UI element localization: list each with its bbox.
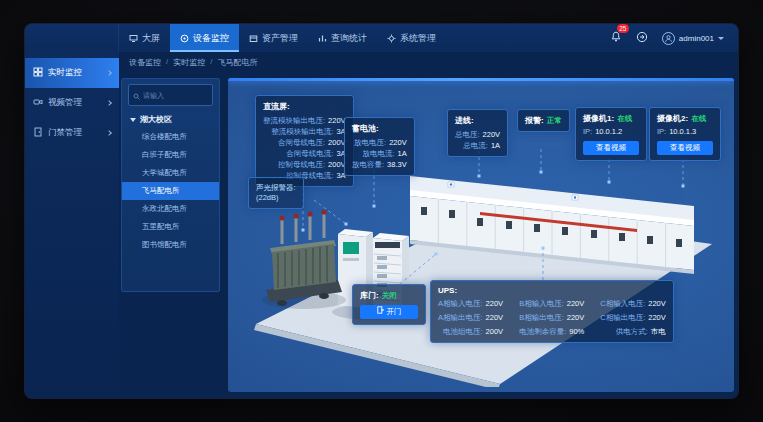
metric-label: 供电方式: — [600, 326, 648, 337]
nav-item-label: 系统管理 — [400, 32, 436, 45]
video-camera-icon — [33, 97, 43, 109]
tree-item-station[interactable]: 综合楼配电所 — [122, 128, 219, 146]
metric-value: 220V — [567, 312, 585, 323]
sidebar-item-label: 实时监控 — [48, 67, 82, 79]
user-menu[interactable]: admin001 — [662, 32, 724, 45]
metric-label: C相输出电压: — [600, 312, 645, 323]
nav-item-assets[interactable]: 资产管理 — [239, 24, 308, 52]
ups-card: UPS: A相输入电压:220V B相输入电压:220V C相输入电压:220V… — [430, 280, 674, 343]
camera1-ip-label: IP: — [583, 126, 592, 137]
breadcrumb-segment[interactable]: 实时监控 — [173, 57, 205, 68]
nav-item-label: 资产管理 — [262, 32, 298, 45]
metric-label: A相输入电压: — [438, 298, 483, 309]
tree-search-input[interactable] — [143, 92, 213, 99]
tree-group-campus[interactable]: 湖大校区 — [122, 111, 219, 128]
chevron-right-icon — [106, 70, 112, 76]
tree-item-station[interactable]: 大学城配电所 — [122, 164, 219, 182]
search-icon — [133, 86, 140, 104]
metric-value: 220V — [389, 137, 407, 148]
caret-down-icon — [130, 118, 136, 122]
sound-alarm-value: (22dB) — [256, 193, 296, 203]
camera2-view-video-button[interactable]: 查看视频 — [657, 141, 713, 155]
nav-item-label: 设备监控 — [193, 32, 229, 45]
nav-item-dashboard[interactable]: 大屏 — [119, 24, 170, 52]
chevron-down-icon — [718, 37, 724, 40]
metric-label: 放电电压: — [352, 137, 386, 148]
metric-value: 220V — [567, 298, 585, 309]
gear-icon — [387, 34, 396, 43]
tree-item-station[interactable]: 白班子配电所 — [122, 146, 219, 164]
metric-value: 200V — [486, 326, 504, 337]
metric-value: 90% — [569, 326, 584, 337]
metric-label: 整流模块输出电流: — [263, 126, 333, 137]
transformer — [262, 209, 346, 309]
alarm-label: 报警: — [525, 115, 544, 126]
breadcrumb-segment[interactable]: 设备监控 — [129, 57, 161, 68]
camera2-status: 在线 — [691, 113, 706, 124]
metric-label: C相输入电压: — [600, 298, 645, 309]
big-screen-icon — [129, 34, 138, 43]
chevron-right-icon — [106, 130, 112, 136]
dc-panel-card: 直流屏: 整流模块输出电压:220V 整流模块输出电流:3A 合闸母线电压:20… — [255, 95, 354, 187]
sound-light-alarm-card: 声光报警器: (22dB) — [248, 177, 304, 209]
open-door-button-label: 开门 — [387, 305, 402, 319]
notification-badge: 25 — [617, 24, 629, 33]
station-tree-panel: 湖大校区 综合楼配电所 白班子配电所 大学城配电所 飞马配电所 永政北配电所 五… — [121, 78, 220, 292]
metric-value: 1A — [491, 140, 500, 151]
app-window: 大屏 设备监控 资产管理 查询统计 — [25, 24, 738, 398]
open-door-icon — [377, 305, 384, 319]
exit-fullscreen-button[interactable] — [636, 29, 648, 47]
sidebar-item-video-manage[interactable]: 视频管理 — [25, 88, 119, 118]
metric-label: 整流模块输出电压: — [263, 115, 325, 126]
metric-label: B相输入电压: — [519, 298, 564, 309]
metric-value: 220V — [328, 115, 346, 126]
metric-label: 电池组电压: — [438, 326, 483, 337]
camera2-ip: 10.0.1.3 — [669, 126, 696, 137]
nav-item-label: 大屏 — [142, 32, 160, 45]
sidebar-item-label: 门禁管理 — [48, 127, 82, 139]
nav-item-device-monitor[interactable]: 设备监控 — [170, 24, 239, 52]
avatar — [662, 32, 675, 45]
metric-label: 合闸母线电流: — [263, 148, 333, 159]
sound-alarm-label: 声光报警器: — [256, 183, 296, 193]
camera2-card: 摄像机2:在线 IP:10.0.1.3 查看视频 — [649, 107, 721, 161]
sidebar-item-realtime-monitor[interactable]: 实时监控 — [25, 58, 119, 88]
tree-item-station-selected[interactable]: 飞马配电所 — [122, 182, 219, 200]
metric-value: 220V — [486, 298, 504, 309]
dc-panel-title: 直流屏: — [263, 101, 346, 112]
sidebar-item-access-manage[interactable]: 门禁管理 — [25, 118, 119, 148]
camera1-view-video-button[interactable]: 查看视频 — [583, 141, 639, 155]
tree-item-station[interactable]: 图书馆配电所 — [122, 236, 219, 254]
station-3d-viewport: 直流屏: 整流模块输出电压:220V 整流模块输出电流:3A 合闸母线电压:20… — [228, 78, 734, 392]
door-card: 库门:关闭 开门 — [352, 284, 426, 325]
nav-item-system[interactable]: 系统管理 — [377, 24, 446, 52]
open-door-button[interactable]: 开门 — [360, 305, 418, 319]
breadcrumb-separator: / — [210, 57, 212, 68]
metric-value: 1A — [398, 148, 407, 159]
metric-label: A相输出电压: — [438, 312, 483, 323]
logo-zone — [25, 24, 119, 52]
alarm-status-card: 报警:正常 — [517, 109, 570, 132]
incoming-line-card: 进线: 总电压:220V 总电流:1A — [447, 109, 508, 157]
metric-label: 总电压: — [455, 129, 480, 140]
nav-item-label: 查询统计 — [331, 32, 367, 45]
breadcrumb-segment[interactable]: 飞马配电所 — [217, 57, 257, 68]
notifications-button[interactable]: 25 — [610, 29, 622, 47]
nav-item-query-stats[interactable]: 查询统计 — [308, 24, 377, 52]
top-navbar: 大屏 设备监控 资产管理 查询统计 — [25, 24, 738, 52]
tree-group-label: 湖大校区 — [140, 114, 172, 125]
tree-item-station[interactable]: 五里配电所 — [122, 218, 219, 236]
metric-value: 市电 — [651, 326, 666, 337]
device-monitor-icon — [180, 34, 189, 43]
asset-box-icon — [249, 34, 258, 43]
breadcrumb-separator: / — [166, 57, 168, 68]
sidebar-item-label: 视频管理 — [48, 97, 82, 109]
metric-value: 220V — [486, 312, 504, 323]
door-status: 关闭 — [382, 290, 397, 301]
tree-item-station[interactable]: 永政北配电所 — [122, 200, 219, 218]
metric-label: 放电电流: — [352, 148, 395, 159]
door-access-icon — [33, 127, 43, 139]
door-label: 库门: — [360, 290, 379, 301]
camera1-status: 在线 — [617, 113, 632, 124]
sidebar: 实时监控 视频管理 门禁管理 — [25, 52, 119, 398]
